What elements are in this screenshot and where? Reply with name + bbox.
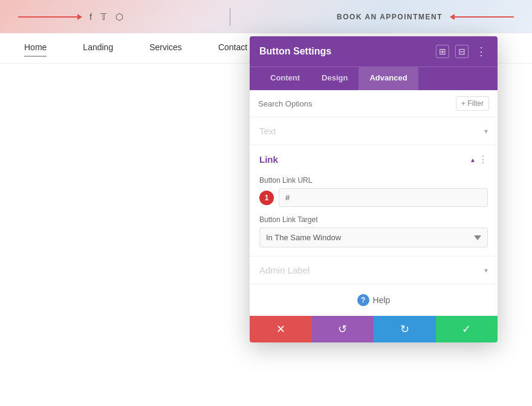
search-input[interactable] bbox=[258, 99, 456, 108]
filter-button[interactable]: + Filter bbox=[456, 96, 489, 111]
tab-advanced[interactable]: Advanced bbox=[358, 67, 418, 90]
redo-button[interactable]: ↻ bbox=[374, 316, 436, 342]
url-input[interactable] bbox=[279, 188, 488, 207]
responsive-icon-button[interactable]: ⊞ bbox=[436, 45, 449, 58]
search-bar: + Filter bbox=[250, 90, 498, 117]
dialog-title: Button Settings bbox=[259, 46, 331, 57]
dialog-header-icons: ⊞ ⊟ ⋮ bbox=[436, 45, 488, 58]
link-section-icons: ▴ ⋮ bbox=[471, 154, 488, 165]
link-section-more[interactable]: ⋮ bbox=[478, 154, 488, 165]
social-icons: f 𝕋 ⬡ bbox=[89, 11, 123, 22]
header-divider bbox=[230, 8, 230, 26]
link-section-title: Link bbox=[259, 154, 278, 165]
link-section-chevron: ▴ bbox=[471, 156, 475, 164]
dialog-tabs: Content Design Advanced bbox=[250, 67, 498, 90]
admin-label-section-title: Admin Label bbox=[259, 265, 310, 275]
help-icon: ? bbox=[357, 294, 369, 306]
site-header: f 𝕋 ⬡ BOOK AN APPOINTMENT bbox=[0, 0, 532, 33]
nav-home[interactable]: Home bbox=[24, 42, 47, 54]
url-field-row: 1 bbox=[259, 188, 488, 207]
step-badge: 1 bbox=[259, 191, 274, 205]
cancel-button[interactable]: ✕ bbox=[250, 316, 312, 342]
grid-icon-button[interactable]: ⊟ bbox=[455, 45, 469, 58]
tab-design[interactable]: Design bbox=[311, 67, 358, 90]
save-button[interactable]: ✓ bbox=[436, 316, 498, 342]
text-section-title: Text bbox=[259, 126, 276, 136]
help-text[interactable]: Help bbox=[373, 295, 391, 305]
reset-button[interactable]: ↺ bbox=[312, 316, 374, 342]
more-options-button[interactable]: ⋮ bbox=[475, 45, 488, 58]
tab-content[interactable]: Content bbox=[259, 67, 311, 90]
button-settings-dialog: Button Settings ⊞ ⊟ ⋮ Content Design Adv… bbox=[250, 36, 498, 342]
arrow-right-decoration bbox=[453, 16, 514, 18]
target-select[interactable]: In The Same Window In A New Tab bbox=[259, 228, 488, 247]
dialog-header: Button Settings ⊞ ⊟ ⋮ bbox=[250, 36, 498, 67]
book-appointment-text: BOOK AN APPOINTMENT bbox=[337, 13, 443, 21]
target-field-label: Button Link Target bbox=[259, 215, 488, 224]
dialog-body: Text ▾ Link ▴ ⋮ Button Link URL 1 Button… bbox=[250, 117, 498, 316]
text-section-header[interactable]: Text ▾ bbox=[250, 117, 498, 145]
arrow-left-decoration bbox=[18, 16, 79, 18]
text-section-chevron: ▾ bbox=[484, 127, 488, 136]
help-section: ? Help bbox=[250, 284, 498, 316]
dialog-footer: ✕ ↺ ↻ ✓ bbox=[250, 316, 498, 342]
nav-landing[interactable]: Landing bbox=[83, 42, 113, 54]
link-section-header[interactable]: Link ▴ ⋮ bbox=[250, 145, 498, 168]
instagram-icon[interactable]: ⬡ bbox=[115, 11, 123, 22]
header-left: f 𝕋 ⬡ bbox=[18, 11, 123, 22]
nav-services[interactable]: Services bbox=[149, 42, 182, 54]
twitter-icon[interactable]: 𝕋 bbox=[100, 11, 107, 22]
url-field-label: Button Link URL bbox=[259, 176, 488, 185]
admin-label-section-header[interactable]: Admin Label ▾ bbox=[250, 257, 498, 284]
admin-label-chevron: ▾ bbox=[484, 266, 488, 275]
link-section-body: Button Link URL 1 Button Link Target In … bbox=[250, 168, 498, 257]
facebook-icon[interactable]: f bbox=[89, 11, 92, 22]
nav-contact[interactable]: Contact bbox=[218, 42, 247, 54]
header-right: BOOK AN APPOINTMENT bbox=[337, 13, 514, 21]
